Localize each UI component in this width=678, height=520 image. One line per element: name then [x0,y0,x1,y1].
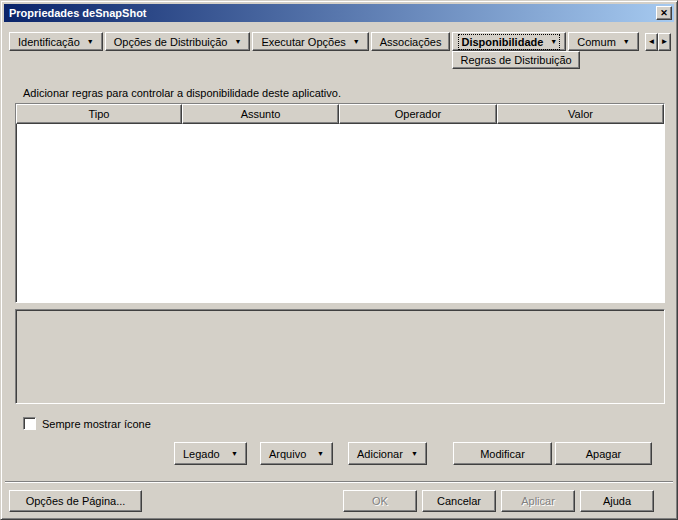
modificar-label: Modificar [480,448,525,460]
arrow-right-icon: ► [661,38,669,46]
tab-label: Identificação [18,36,80,48]
legado-label: Legado [183,448,220,460]
tab-scroll-left-button[interactable]: ◄ [645,33,658,51]
cancel-label: Cancelar [437,495,481,507]
help-label: Ajuda [603,495,631,507]
arrow-left-icon: ◄ [648,38,656,46]
chevron-down-icon: ▼ [234,38,241,45]
subtab-regras-de-distribuicao[interactable]: Regras de Distribuição [452,51,579,69]
tab-label: Disponibilidade [461,36,543,48]
chevron-down-icon: ▼ [231,450,238,457]
close-button[interactable]: ✕ [656,6,672,20]
tab-label: Comum [577,36,616,48]
adicionar-label: Adicionar [357,448,403,460]
chevron-down-icon: ▼ [411,450,418,457]
chevron-down-icon: ▼ [87,38,94,45]
page-options-label: Opções de Página... [26,495,126,507]
chevron-down-icon: ▼ [550,38,557,45]
window-title: Propriedades deSnapShot [4,7,656,19]
arquivo-button[interactable]: Arquivo ▼ [260,442,333,465]
chevron-down-icon: ▼ [353,38,360,45]
ok-button[interactable]: OK [343,490,417,512]
tab-comum[interactable]: Comum ▼ [568,32,638,51]
apagar-label: Apagar [586,448,621,460]
modificar-button[interactable]: Modificar [453,442,552,465]
ok-label: OK [372,495,388,507]
column-header-operador[interactable]: Operador [339,104,497,124]
adicionar-button[interactable]: Adicionar ▼ [348,442,427,465]
chevron-down-icon: ▼ [317,450,324,457]
tab-scroll-right-button[interactable]: ► [658,33,671,51]
rules-list-header: Tipo Assunto Operador Valor [16,104,664,124]
apply-button[interactable]: Aplicar [501,490,575,512]
tab-disponibilidade[interactable]: Disponibilidade ▼ Regras de Distribuição [452,32,566,51]
tab-identificacao[interactable]: Identificação ▼ [9,32,103,51]
title-bar: Propriedades deSnapShot ✕ [4,4,674,22]
instruction-text: Adicionar regras para controlar a dispon… [23,87,341,99]
rules-list[interactable]: Tipo Assunto Operador Valor [15,103,665,303]
checkbox-label: Sempre mostrar ícone [42,418,151,430]
page-options-button[interactable]: Opções de Página... [9,490,142,512]
rule-description-panel [15,309,665,404]
apply-label: Aplicar [521,495,555,507]
properties-dialog: Propriedades deSnapShot ✕ Identificação … [0,0,678,520]
cancel-button[interactable]: Cancelar [422,490,496,512]
tab-label: Associações [380,36,442,48]
tab-opcoes-de-distribuicao[interactable]: Opções de Distribuição ▼ [105,32,251,51]
always-show-icon-checkbox[interactable] [23,417,36,430]
tab-bar: Identificação ▼ Opções de Distribuição ▼… [9,32,639,51]
tab-associacoes[interactable]: Associações [371,32,451,51]
column-header-valor[interactable]: Valor [497,104,664,124]
footer-divider [5,481,673,483]
arquivo-label: Arquivo [269,448,306,460]
help-button[interactable]: Ajuda [580,490,654,512]
tab-label: Executar Opções [261,36,345,48]
apagar-button[interactable]: Apagar [555,442,652,465]
subtab-label: Regras de Distribuição [460,54,571,66]
tab-executar-opcoes[interactable]: Executar Opções ▼ [252,32,368,51]
column-header-tipo[interactable]: Tipo [16,104,182,124]
tab-label: Opções de Distribuição [114,36,228,48]
always-show-icon-option[interactable]: Sempre mostrar ícone [23,417,151,430]
column-header-assunto[interactable]: Assunto [182,104,339,124]
legado-button[interactable]: Legado ▼ [174,442,247,465]
tab-scroll-controls: ◄ ► [645,33,671,51]
chevron-down-icon: ▼ [623,38,630,45]
close-icon: ✕ [660,9,668,18]
